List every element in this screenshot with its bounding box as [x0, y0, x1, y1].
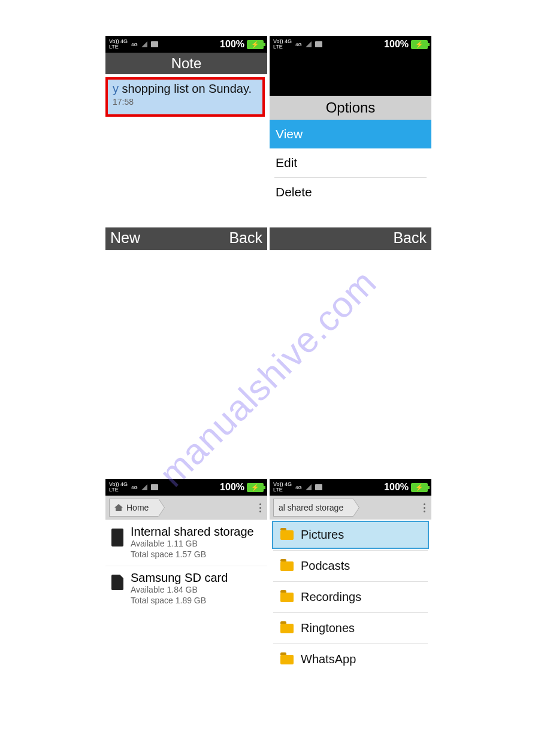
note-list-item[interactable]: y shopping list on Sunday. 17:58: [105, 77, 265, 117]
battery-icon: ⚡: [411, 40, 428, 49]
home-icon: [114, 504, 123, 511]
picture-icon: [151, 484, 158, 490]
softkey-back[interactable]: Back: [393, 229, 427, 248]
storage-texts: Internal shared storage Available 1.11 G…: [131, 526, 254, 560]
signal-icon: [141, 484, 147, 490]
folder-name: Pictures: [301, 528, 344, 542]
breadcrumb-label: Home: [126, 503, 149, 512]
battery-percent: 100%: [220, 482, 244, 493]
storage-available: Available 1.84 GB: [131, 584, 228, 595]
note-item-time: 17:58: [113, 97, 258, 107]
network-bot: LTE: [109, 44, 128, 50]
storage-sdcard[interactable]: Samsung SD card Available 1.84 GB Total …: [105, 566, 267, 612]
status-left: Vo)) 4G LTE 4G: [109, 39, 158, 50]
charging-icon: ⚡: [251, 484, 259, 491]
softkey-bar: New Back: [105, 227, 267, 250]
overflow-menu-icon[interactable]: [257, 501, 264, 515]
storage-texts: Samsung SD card Available 1.84 GB Total …: [131, 572, 228, 606]
note-item-title: y shopping list on Sunday.: [113, 82, 258, 96]
black-spacer: [270, 53, 431, 96]
folder-name: Ringtones: [301, 621, 355, 635]
breadcrumb-bar: Home: [105, 496, 267, 520]
storage-internal[interactable]: Internal shared storage Available 1.11 G…: [105, 520, 267, 566]
network-sup: 4G: [295, 485, 302, 490]
status-left: Vo)) 4G LTE 4G: [273, 482, 322, 493]
note-prefix: y: [113, 82, 119, 95]
folder-icon: [280, 655, 294, 664]
screenshot-note-list: Vo)) 4G LTE 4G 100% ⚡ Note y shopping li…: [105, 36, 267, 250]
screenshot-options-menu: Vo)) 4G LTE 4G 100% ⚡ Options View Edit …: [270, 36, 431, 250]
signal-icon: [141, 41, 147, 47]
option-view[interactable]: View: [270, 120, 431, 148]
network-sup: 4G: [131, 42, 138, 47]
watermark-text: manualshive.com: [151, 262, 385, 495]
screenshot-file-manager-home: Vo)) 4G LTE 4G 100% ⚡ Home Internal shar…: [105, 479, 267, 700]
status-left: Vo)) 4G LTE 4G: [109, 482, 158, 493]
separator: [273, 612, 428, 613]
folder-icon: [280, 561, 294, 571]
storage-name: Internal shared storage: [131, 526, 254, 537]
sdcard-icon: [111, 575, 123, 590]
overflow-menu-icon[interactable]: [421, 501, 428, 515]
network-bot: LTE: [273, 44, 292, 50]
softkey-bar: Back: [270, 227, 431, 250]
network-bot: LTE: [109, 487, 128, 493]
status-right: 100% ⚡: [384, 39, 428, 50]
battery-icon: ⚡: [247, 40, 264, 49]
status-right: 100% ⚡: [384, 482, 428, 493]
storage-name: Samsung SD card: [131, 572, 228, 583]
softkey-back[interactable]: Back: [229, 229, 262, 248]
screenshot-folder-list: Vo)) 4G LTE 4G 100% ⚡ al shared storage …: [270, 479, 431, 700]
network-label: Vo)) 4G LTE: [109, 39, 128, 50]
network-label: Vo)) 4G LTE: [273, 39, 292, 50]
signal-icon: [306, 484, 312, 490]
signal-icon: [306, 41, 312, 47]
network-label: Vo)) 4G LTE: [109, 482, 128, 493]
battery-icon: ⚡: [247, 483, 264, 492]
picture-icon: [151, 41, 158, 47]
folder-ringtones[interactable]: Ringtones: [272, 614, 429, 642]
softkey-new[interactable]: New: [110, 229, 140, 248]
storage-total: Total space 1.89 GB: [131, 595, 228, 606]
storage-available: Available 1.11 GB: [131, 538, 254, 549]
breadcrumb-bar: al shared storage: [270, 496, 431, 520]
charging-icon: ⚡: [415, 41, 424, 48]
battery-percent: 100%: [384, 39, 409, 50]
separator: [273, 643, 428, 644]
battery-icon: ⚡: [411, 483, 428, 492]
folder-icon: [280, 624, 294, 633]
folder-name: Recordings: [301, 590, 361, 604]
folder-podcasts[interactable]: Podcasts: [272, 552, 429, 580]
folder-icon: [280, 530, 294, 540]
folder-whatsapp[interactable]: WhatsApp: [272, 645, 429, 673]
charging-icon: ⚡: [415, 484, 424, 491]
network-sup: 4G: [295, 42, 302, 47]
option-edit[interactable]: Edit: [270, 148, 431, 177]
network-bot: LTE: [273, 487, 292, 493]
charging-icon: ⚡: [251, 41, 259, 48]
battery-percent: 100%: [384, 482, 409, 493]
battery-percent: 100%: [220, 39, 244, 50]
status-right: 100% ⚡: [220, 482, 264, 493]
folder-recordings[interactable]: Recordings: [272, 583, 429, 611]
status-right: 100% ⚡: [220, 39, 264, 50]
breadcrumb-storage[interactable]: al shared storage: [273, 499, 353, 517]
folder-name: WhatsApp: [301, 652, 356, 666]
network-sup: 4G: [131, 485, 138, 490]
breadcrumb-home[interactable]: Home: [109, 499, 159, 517]
picture-icon: [315, 41, 322, 47]
separator: [273, 581, 428, 582]
status-bar: Vo)) 4G LTE 4G 100% ⚡: [105, 36, 267, 53]
folder-pictures[interactable]: Pictures: [272, 521, 429, 549]
note-text: shopping list on Sunday.: [119, 82, 252, 95]
option-delete[interactable]: Delete: [270, 178, 431, 207]
options-header: Options: [270, 96, 431, 120]
breadcrumb-label: al shared storage: [279, 503, 343, 512]
phone-storage-icon: [111, 529, 123, 546]
folder-name: Podcasts: [301, 559, 350, 573]
separator: [273, 550, 428, 551]
status-bar: Vo)) 4G LTE 4G 100% ⚡: [270, 36, 431, 53]
status-bar: Vo)) 4G LTE 4G 100% ⚡: [105, 479, 267, 496]
folder-icon: [280, 593, 294, 602]
status-left: Vo)) 4G LTE 4G: [273, 39, 322, 50]
